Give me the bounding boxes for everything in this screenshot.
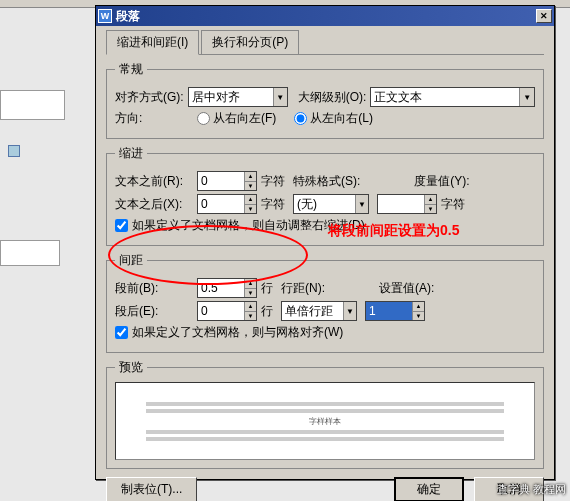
set-value-spin[interactable]: ▲▼ bbox=[365, 301, 425, 321]
snap-grid-checkbox[interactable]: 如果定义了文档网格，则与网格对齐(W) bbox=[115, 324, 343, 341]
space-after-input[interactable] bbox=[198, 302, 244, 320]
spin-up-icon[interactable]: ▲ bbox=[413, 302, 424, 312]
chevron-down-icon[interactable]: ▼ bbox=[343, 302, 356, 320]
indent-after-input[interactable] bbox=[198, 195, 244, 213]
line-spacing-label: 行距(N): bbox=[281, 280, 325, 297]
special-format-combo[interactable]: ▼ bbox=[293, 194, 369, 214]
dialog-title: 段落 bbox=[116, 8, 536, 25]
indent-after-spin[interactable]: ▲▼ bbox=[197, 194, 257, 214]
unit-line-label: 行 bbox=[261, 303, 273, 320]
line-spacing-combo[interactable]: ▼ bbox=[281, 301, 357, 321]
preview-sample-text: 字样样本 bbox=[218, 416, 433, 427]
watermark: 查字典 教程网 bbox=[497, 482, 566, 497]
bg-cell-1 bbox=[0, 90, 65, 120]
alignment-input[interactable] bbox=[189, 88, 273, 106]
app-icon: W bbox=[98, 9, 112, 23]
space-before-spin[interactable]: ▲▼ bbox=[197, 278, 257, 298]
paragraph-dialog: W 段落 ✕ 缩进和间距(I) 换行和分页(P) 常规 对齐方式(G): ▼ 大… bbox=[95, 5, 555, 480]
spin-up-icon[interactable]: ▲ bbox=[245, 172, 256, 182]
bg-doc-icon bbox=[8, 145, 20, 157]
chevron-down-icon[interactable]: ▼ bbox=[519, 88, 534, 106]
indent-before-spin[interactable]: ▲▼ bbox=[197, 171, 257, 191]
tab-indent-spacing[interactable]: 缩进和间距(I) bbox=[106, 30, 199, 55]
measure-spin[interactable]: ▲▼ bbox=[377, 194, 437, 214]
spin-up-icon[interactable]: ▲ bbox=[245, 279, 256, 289]
measure-label: 度量值(Y): bbox=[414, 173, 469, 190]
special-format-label: 特殊格式(S): bbox=[293, 173, 360, 190]
direction-ltr-radio[interactable]: 从左向右(L) bbox=[294, 110, 373, 127]
indent-before-input[interactable] bbox=[198, 172, 244, 190]
chevron-down-icon[interactable]: ▼ bbox=[273, 88, 287, 106]
direction-rtl-radio[interactable]: 从右向左(F) bbox=[197, 110, 276, 127]
outline-input[interactable] bbox=[371, 88, 519, 106]
auto-adjust-label: 如果定义了文档网格，则自动调整右缩进(D) bbox=[132, 217, 365, 234]
group-spacing: 间距 段前(B): ▲▼ 行 行距(N): 设置值(A): 段后(E): ▲▼ … bbox=[106, 252, 544, 353]
special-format-input[interactable] bbox=[294, 195, 355, 213]
spin-down-icon[interactable]: ▼ bbox=[425, 205, 436, 214]
space-after-label: 段后(E): bbox=[115, 303, 193, 320]
spin-down-icon[interactable]: ▼ bbox=[245, 312, 256, 321]
close-button[interactable]: ✕ bbox=[536, 9, 552, 23]
tab-line-page-break[interactable]: 换行和分页(P) bbox=[201, 30, 299, 54]
spin-down-icon[interactable]: ▼ bbox=[413, 312, 424, 321]
direction-label: 方向: bbox=[115, 110, 193, 127]
preview-line bbox=[146, 430, 504, 434]
auto-adjust-checkbox[interactable]: 如果定义了文档网格，则自动调整右缩进(D) bbox=[115, 217, 365, 234]
indent-after-label: 文本之后(X): bbox=[115, 196, 193, 213]
outline-combo[interactable]: ▼ bbox=[370, 87, 535, 107]
bg-cell-2 bbox=[0, 240, 60, 266]
spin-up-icon[interactable]: ▲ bbox=[425, 195, 436, 205]
space-before-label: 段前(B): bbox=[115, 280, 193, 297]
measure-input[interactable] bbox=[378, 195, 424, 213]
set-value-input[interactable] bbox=[366, 302, 412, 320]
unit-line-label: 行 bbox=[261, 280, 273, 297]
set-value-label: 设置值(A): bbox=[379, 280, 434, 297]
ok-button[interactable]: 确定 bbox=[394, 477, 464, 501]
chevron-down-icon[interactable]: ▼ bbox=[355, 195, 368, 213]
line-spacing-input[interactable] bbox=[282, 302, 343, 320]
preview-line bbox=[146, 402, 504, 406]
space-after-spin[interactable]: ▲▼ bbox=[197, 301, 257, 321]
spin-down-icon[interactable]: ▼ bbox=[245, 182, 256, 191]
preview-line bbox=[146, 409, 504, 413]
group-indent: 缩进 文本之前(R): ▲▼ 字符 特殊格式(S): 度量值(Y): 文本之后(… bbox=[106, 145, 544, 246]
snap-grid-label: 如果定义了文档网格，则与网格对齐(W) bbox=[132, 324, 343, 341]
group-spacing-legend: 间距 bbox=[115, 252, 147, 269]
preview-line bbox=[146, 437, 504, 441]
unit-char-label: 字符 bbox=[261, 196, 285, 213]
tab-strip: 缩进和间距(I) 换行和分页(P) bbox=[106, 30, 544, 55]
group-preview: 预览 字样样本 bbox=[106, 359, 544, 469]
group-preview-legend: 预览 bbox=[115, 359, 147, 376]
titlebar[interactable]: W 段落 ✕ bbox=[96, 6, 554, 26]
spin-up-icon[interactable]: ▲ bbox=[245, 195, 256, 205]
alignment-combo[interactable]: ▼ bbox=[188, 87, 288, 107]
direction-rtl-label: 从右向左(F) bbox=[213, 110, 276, 127]
direction-ltr-label: 从左向右(L) bbox=[310, 110, 373, 127]
group-indent-legend: 缩进 bbox=[115, 145, 147, 162]
group-general: 常规 对齐方式(G): ▼ 大纲级别(O): ▼ 方向: 从右向左(F) bbox=[106, 61, 544, 139]
unit-char-label: 字符 bbox=[261, 173, 285, 190]
unit-char-label: 字符 bbox=[441, 196, 465, 213]
preview-panel: 字样样本 bbox=[115, 382, 535, 460]
group-general-legend: 常规 bbox=[115, 61, 147, 78]
spin-down-icon[interactable]: ▼ bbox=[245, 205, 256, 214]
alignment-label: 对齐方式(G): bbox=[115, 89, 184, 106]
indent-before-label: 文本之前(R): bbox=[115, 173, 193, 190]
spin-up-icon[interactable]: ▲ bbox=[245, 302, 256, 312]
tabs-button[interactable]: 制表位(T)... bbox=[106, 477, 197, 501]
spin-down-icon[interactable]: ▼ bbox=[245, 289, 256, 298]
outline-label: 大纲级别(O): bbox=[298, 89, 367, 106]
space-before-input[interactable] bbox=[198, 279, 244, 297]
